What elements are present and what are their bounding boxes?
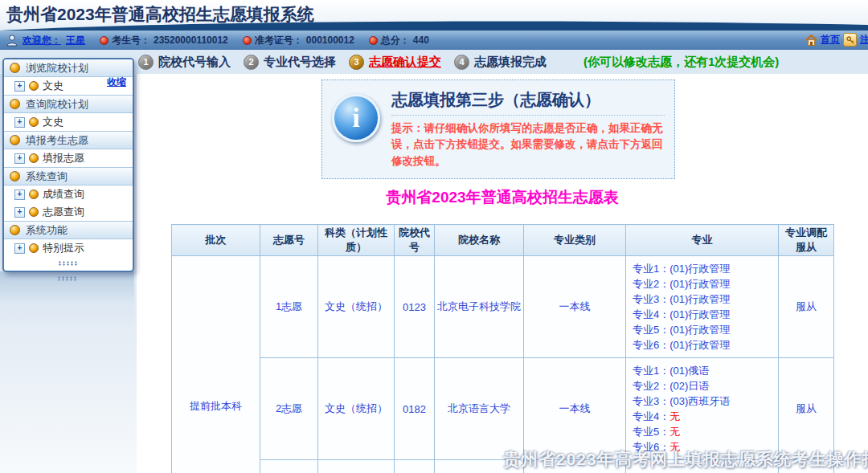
column-header: 志愿号 [260,225,318,256]
column-header: 专业 [626,225,779,256]
major-label: 专业4： [633,410,669,422]
column-header: 专业调配服从 [779,225,834,256]
major-value: (01)行政管理 [669,278,730,290]
sidebar-group-title: 查询院校计划 [26,97,88,112]
expand-icon[interactable]: + [14,207,25,218]
table-row: 2志愿文史（统招）0182北京语言大学一本线专业1：(01)俄语专业2：(02)… [172,358,834,460]
bullet-icon [10,135,20,145]
bullet-icon [29,190,39,199]
sidebar-menu: 收缩 浏览院校计划+文史查询院校计划+文史填报考生志愿+填报志愿系统查询+成绩查… [2,58,134,272]
expand-icon[interactable]: + [14,117,25,128]
column-header: 科类（计划性质） [318,225,395,256]
major-value: (01)行政管理 [669,324,730,336]
red-dot-icon [369,36,378,45]
user-icon [6,35,18,47]
field-value: 23520000110012 [154,35,228,46]
cell-obey: 服从 [779,256,834,358]
sidebar-group-header[interactable]: 查询院校计划 [4,95,133,113]
key-icon[interactable] [843,33,857,47]
major-value: (01)行政管理 [669,308,730,320]
bullet-icon [10,171,20,181]
expand-icon[interactable]: + [14,81,25,92]
cell-category: 一本线 [524,256,626,358]
cell-obey: 服从 [779,358,834,460]
field-label: 考生号： [112,34,150,47]
major-label: 专业6： [633,339,669,351]
sidebar-group-header[interactable]: 填报考生志愿 [4,131,133,149]
step-number-icon: 2 [244,55,259,70]
major-line: 专业6：(01)行政管理 [633,337,775,353]
cell-wish: 3志愿 [260,460,318,473]
major-label: 专业2： [633,380,669,392]
info-icon: i [332,94,380,142]
step-label: 院校代号输入 [158,55,231,70]
column-header: 批次 [172,225,260,256]
sidebar-item[interactable]: +特别提示 [4,239,133,257]
expand-icon[interactable]: + [14,153,25,164]
cell-subject: 文史（统招） [318,460,395,473]
bullet-icon [29,81,39,91]
step-label[interactable]: 志愿确认提交 [369,55,441,70]
sidebar-group-header[interactable]: 浏览院校计划 [4,59,133,77]
sidebar-item-label: 特别提示 [43,241,84,255]
major-line: 专业3：(03)西班牙语 [633,393,775,409]
step-number-icon: 1 [138,55,154,70]
sidebar-group-header[interactable]: 系统查询 [4,167,133,186]
major-line: 专业5：无 [633,424,775,439]
sidebar-group-title: 填报考生志愿 [26,133,88,148]
confirm-info-box: i 志愿填报第三步（志愿确认） 提示：请仔细确认你所填写的志愿是否正确，如果正确… [321,80,675,179]
sidebar-group-title: 系统功能 [26,223,68,238]
sidebar-reflection-panel [0,271,134,329]
top-right-links: 首页 注销 [805,33,868,47]
panel-grip[interactable] [58,261,79,266]
cell-college-name: 北京语言大学 [435,358,524,460]
major-label: 专业5： [633,324,669,336]
cell-category: 一本线 [524,358,626,460]
column-header: 院校名称 [435,225,524,256]
major-value: (03)西班牙语 [669,395,730,407]
major-line: 专业2：(01)行政管理 [633,276,775,292]
red-dot-icon [100,36,108,45]
sidebar-item[interactable]: +文史 [4,113,133,131]
username-link[interactable]: 王星 [66,34,85,47]
step-number-icon: 3 [349,55,364,70]
panel-grip[interactable] [57,276,78,281]
sidebar-item[interactable]: +填报志愿 [4,149,133,167]
steps-note: (你可以修改志愿，还有1次提交机会) [583,55,779,70]
expand-icon[interactable]: + [14,243,25,254]
major-line: 专业2：(02)日语 [633,378,775,393]
major-label: 专业1： [633,263,669,275]
cell-majors: 专业1：(01)俄语专业2：(02)日语专业3：(03)西班牙语专业4：无专业5… [626,358,779,460]
major-label: 专业4： [633,308,669,320]
sidebar-item[interactable]: +成绩查询 [4,186,133,203]
step-label: 专业代号选择 [264,55,336,70]
bullet-icon [29,117,39,127]
column-header: 院校代号 [395,225,435,256]
sidebar-item-label: 文史 [43,79,63,93]
bullet-icon [29,207,39,217]
bullet-icon [10,99,20,109]
bullet-icon [29,243,39,253]
step-item: 1院校代号输入 [138,55,244,70]
sidebar-item[interactable]: +志愿查询 [4,203,133,221]
collapse-link[interactable]: 收缩 [107,75,126,89]
cell-college-code: 0123 [395,256,435,358]
major-line: 专业5：(01)行政管理 [633,322,775,337]
expand-icon[interactable]: + [14,190,25,200]
field-label: 准考证号： [255,34,303,47]
cell-college-code: 0182 [395,358,435,460]
logout-link[interactable]: 注销 [860,33,868,47]
wish-table: 批次志愿号科类（计划性质）院校代号院校名称专业类别专业专业调配服从 提前批本科1… [171,224,834,473]
table-row: 提前批本科1志愿文史（统招）0123北京电子科技学院一本线专业1：(01)行政管… [172,256,834,358]
major-label: 专业5： [633,426,669,438]
major-line: 专业4：无 [633,409,775,424]
home-link[interactable]: 首页 [821,33,840,47]
welcome-bar: 欢迎您：王星 考生号：23520000110012准考证号：000100012总… [0,31,868,51]
sidebar-group-header[interactable]: 系统功能 [4,221,133,239]
info-title: 志愿填报第三步（志愿确认） [391,89,665,116]
major-value: (01)俄语 [669,365,709,377]
major-value: (01)行政管理 [669,293,730,305]
cell-college-name: 北京电子科技学院 [435,256,524,358]
cell-wish: 1志愿 [260,256,318,358]
home-icon[interactable] [805,35,817,46]
